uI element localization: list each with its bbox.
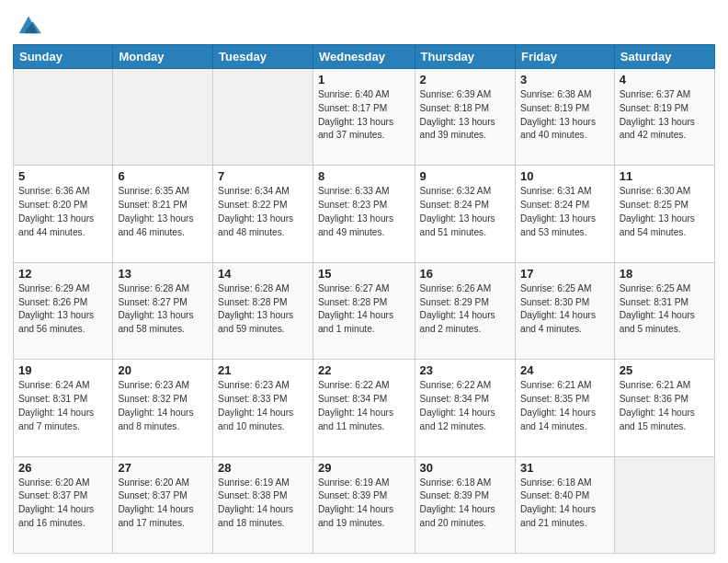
day-info: Sunrise: 6:32 AM Sunset: 8:24 PM Dayligh… (420, 185, 510, 239)
day-cell (213, 69, 313, 166)
day-info: Sunrise: 6:33 AM Sunset: 8:23 PM Dayligh… (318, 185, 410, 239)
day-cell (113, 69, 213, 166)
day-cell: 27Sunrise: 6:20 AM Sunset: 8:37 PM Dayli… (113, 456, 213, 553)
day-number: 13 (118, 267, 208, 281)
day-cell: 26Sunrise: 6:20 AM Sunset: 8:37 PM Dayli… (14, 456, 113, 553)
header (13, 9, 715, 37)
day-number: 7 (218, 169, 308, 183)
day-cell: 11Sunrise: 6:30 AM Sunset: 8:25 PM Dayli… (614, 166, 714, 262)
day-cell: 20Sunrise: 6:23 AM Sunset: 8:32 PM Dayli… (113, 360, 213, 456)
day-info: Sunrise: 6:19 AM Sunset: 8:38 PM Dayligh… (218, 477, 308, 531)
day-cell: 1Sunrise: 6:40 AM Sunset: 8:17 PM Daylig… (313, 69, 415, 166)
day-cell: 31Sunrise: 6:18 AM Sunset: 8:40 PM Dayli… (515, 456, 614, 553)
day-number: 6 (118, 169, 208, 183)
day-number: 5 (18, 169, 108, 183)
col-header-wednesday: Wednesday (313, 45, 415, 69)
day-number: 11 (620, 169, 710, 183)
day-number: 15 (318, 267, 410, 281)
day-info: Sunrise: 6:37 AM Sunset: 8:19 PM Dayligh… (620, 88, 710, 143)
day-number: 16 (420, 267, 510, 281)
day-info: Sunrise: 6:22 AM Sunset: 8:34 PM Dayligh… (318, 379, 410, 433)
day-cell: 16Sunrise: 6:26 AM Sunset: 8:29 PM Dayli… (415, 262, 515, 359)
week-row-2: 5Sunrise: 6:36 AM Sunset: 8:20 PM Daylig… (14, 166, 715, 262)
day-info: Sunrise: 6:30 AM Sunset: 8:25 PM Dayligh… (620, 185, 710, 239)
day-info: Sunrise: 6:18 AM Sunset: 8:40 PM Dayligh… (520, 477, 609, 531)
day-cell: 28Sunrise: 6:19 AM Sunset: 8:38 PM Dayli… (213, 456, 313, 553)
col-header-saturday: Saturday (614, 45, 714, 69)
day-number: 27 (118, 461, 208, 475)
day-number: 17 (520, 267, 609, 281)
day-info: Sunrise: 6:25 AM Sunset: 8:31 PM Dayligh… (620, 282, 710, 337)
day-cell: 9Sunrise: 6:32 AM Sunset: 8:24 PM Daylig… (415, 166, 515, 262)
day-number: 29 (318, 461, 410, 475)
day-info: Sunrise: 6:18 AM Sunset: 8:39 PM Dayligh… (420, 477, 510, 531)
day-number: 10 (520, 169, 609, 183)
day-cell: 7Sunrise: 6:34 AM Sunset: 8:22 PM Daylig… (213, 166, 313, 262)
day-info: Sunrise: 6:26 AM Sunset: 8:29 PM Dayligh… (420, 282, 510, 337)
calendar-table: SundayMondayTuesdayWednesdayThursdayFrid… (13, 44, 715, 554)
day-info: Sunrise: 6:19 AM Sunset: 8:39 PM Dayligh… (318, 477, 410, 531)
col-header-tuesday: Tuesday (213, 45, 313, 69)
day-number: 18 (620, 267, 710, 281)
day-cell: 3Sunrise: 6:38 AM Sunset: 8:19 PM Daylig… (515, 69, 614, 166)
day-info: Sunrise: 6:22 AM Sunset: 8:34 PM Dayligh… (420, 379, 510, 433)
week-row-5: 26Sunrise: 6:20 AM Sunset: 8:37 PM Dayli… (14, 456, 715, 553)
day-info: Sunrise: 6:21 AM Sunset: 8:35 PM Dayligh… (520, 379, 609, 433)
day-cell: 14Sunrise: 6:28 AM Sunset: 8:28 PM Dayli… (213, 262, 313, 359)
day-info: Sunrise: 6:27 AM Sunset: 8:28 PM Dayligh… (318, 282, 410, 337)
day-info: Sunrise: 6:35 AM Sunset: 8:21 PM Dayligh… (118, 185, 208, 239)
day-cell: 23Sunrise: 6:22 AM Sunset: 8:34 PM Dayli… (415, 360, 515, 456)
day-info: Sunrise: 6:24 AM Sunset: 8:31 PM Dayligh… (18, 379, 108, 433)
week-row-4: 19Sunrise: 6:24 AM Sunset: 8:31 PM Dayli… (14, 360, 715, 456)
col-header-thursday: Thursday (415, 45, 515, 69)
day-cell: 13Sunrise: 6:28 AM Sunset: 8:27 PM Dayli… (113, 262, 213, 359)
day-cell: 24Sunrise: 6:21 AM Sunset: 8:35 PM Dayli… (515, 360, 614, 456)
day-number: 20 (118, 363, 208, 377)
day-info: Sunrise: 6:28 AM Sunset: 8:27 PM Dayligh… (118, 282, 208, 337)
day-number: 25 (620, 363, 710, 377)
day-cell: 19Sunrise: 6:24 AM Sunset: 8:31 PM Dayli… (14, 360, 113, 456)
day-info: Sunrise: 6:31 AM Sunset: 8:24 PM Dayligh… (520, 185, 609, 239)
day-number: 31 (520, 461, 609, 475)
day-info: Sunrise: 6:28 AM Sunset: 8:28 PM Dayligh… (218, 282, 308, 337)
day-cell (614, 456, 714, 553)
day-info: Sunrise: 6:39 AM Sunset: 8:18 PM Dayligh… (420, 88, 510, 143)
day-info: Sunrise: 6:40 AM Sunset: 8:17 PM Dayligh… (318, 88, 410, 143)
day-number: 28 (218, 461, 308, 475)
day-info: Sunrise: 6:20 AM Sunset: 8:37 PM Dayligh… (118, 477, 208, 531)
day-info: Sunrise: 6:23 AM Sunset: 8:33 PM Dayligh… (218, 379, 308, 433)
day-cell: 18Sunrise: 6:25 AM Sunset: 8:31 PM Dayli… (614, 262, 714, 359)
day-cell: 29Sunrise: 6:19 AM Sunset: 8:39 PM Dayli… (313, 456, 415, 553)
col-header-monday: Monday (113, 45, 213, 69)
day-number: 22 (318, 363, 410, 377)
day-cell: 10Sunrise: 6:31 AM Sunset: 8:24 PM Dayli… (515, 166, 614, 262)
day-cell: 21Sunrise: 6:23 AM Sunset: 8:33 PM Dayli… (213, 360, 313, 456)
day-info: Sunrise: 6:36 AM Sunset: 8:20 PM Dayligh… (18, 185, 108, 239)
day-number: 12 (18, 267, 108, 281)
day-info: Sunrise: 6:29 AM Sunset: 8:26 PM Dayligh… (18, 282, 108, 337)
day-cell (14, 69, 113, 166)
day-number: 14 (218, 267, 308, 281)
day-cell: 2Sunrise: 6:39 AM Sunset: 8:18 PM Daylig… (415, 69, 515, 166)
logo-icon (16, 11, 41, 37)
day-info: Sunrise: 6:20 AM Sunset: 8:37 PM Dayligh… (18, 477, 108, 531)
logo (13, 13, 41, 37)
week-row-1: 1Sunrise: 6:40 AM Sunset: 8:17 PM Daylig… (14, 69, 715, 166)
calendar-header-row: SundayMondayTuesdayWednesdayThursdayFrid… (14, 45, 715, 69)
day-number: 2 (420, 73, 510, 86)
day-cell: 30Sunrise: 6:18 AM Sunset: 8:39 PM Dayli… (415, 456, 515, 553)
day-cell: 8Sunrise: 6:33 AM Sunset: 8:23 PM Daylig… (313, 166, 415, 262)
day-number: 4 (620, 73, 710, 86)
day-info: Sunrise: 6:38 AM Sunset: 8:19 PM Dayligh… (520, 88, 609, 143)
col-header-friday: Friday (515, 45, 614, 69)
day-number: 8 (318, 169, 410, 183)
day-number: 30 (420, 461, 510, 475)
day-number: 3 (520, 73, 609, 86)
day-number: 23 (420, 363, 510, 377)
day-number: 24 (520, 363, 609, 377)
col-header-sunday: Sunday (14, 45, 113, 69)
week-row-3: 12Sunrise: 6:29 AM Sunset: 8:26 PM Dayli… (14, 262, 715, 359)
day-number: 9 (420, 169, 510, 183)
day-cell: 17Sunrise: 6:25 AM Sunset: 8:30 PM Dayli… (515, 262, 614, 359)
day-info: Sunrise: 6:23 AM Sunset: 8:32 PM Dayligh… (118, 379, 208, 433)
